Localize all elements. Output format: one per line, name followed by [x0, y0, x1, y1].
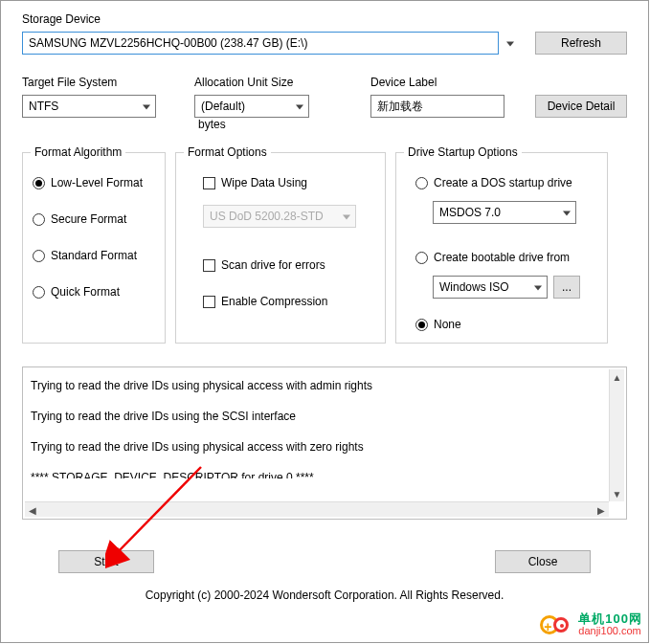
alloc-select[interactable]: (Default) [194, 95, 309, 118]
radio-icon [33, 213, 45, 226]
radio-icon [33, 177, 45, 189]
storage-section: Storage Device SAMSUNG MZVL2256HCHQ-00B0… [22, 12, 627, 55]
copyright-text: Copyright (c) 2000-2024 Wondersoft Corpo… [1, 588, 648, 602]
log-line: Trying to read the drive IDs using the S… [31, 408, 603, 425]
drive-startup-legend: Drive Startup Options [404, 145, 522, 159]
checkbox-icon [203, 259, 215, 272]
brand-watermark: + 单机100网 danji100.com [540, 611, 642, 638]
device-label-label: Device Label [370, 76, 627, 89]
radio-bootable-drive[interactable]: Create bootable drive from [415, 251, 597, 264]
check-scan-errors[interactable]: Scan drive for errors [203, 258, 375, 272]
radio-label: Create a DOS startup drive [434, 176, 572, 189]
log-line: **** STORAGE_DEVICE_DESCRIPTOR for drive… [31, 469, 603, 478]
check-label: Wipe Data Using [221, 176, 307, 189]
refresh-button[interactable]: Refresh [535, 32, 627, 55]
scroll-up-icon[interactable]: ▲ [610, 369, 624, 385]
radio-quick-format[interactable]: Quick Format [33, 285, 155, 299]
storage-device-select[interactable]: SAMSUNG MZVL2256HCHQ-00B00 (238.47 GB) (… [22, 32, 499, 55]
scroll-right-icon[interactable]: ▶ [594, 502, 609, 518]
radio-icon [33, 286, 45, 299]
horizontal-scrollbar[interactable]: ◀ ▶ [25, 501, 609, 517]
brand-cn: 单机100网 [578, 612, 642, 626]
check-enable-compression[interactable]: Enable Compression [203, 295, 375, 308]
radio-icon [415, 177, 428, 189]
close-button[interactable]: Close [495, 550, 591, 573]
dos-version-select[interactable]: MSDOS 7.0 [433, 201, 576, 224]
bootable-source-select[interactable]: Windows ISO [433, 276, 548, 299]
format-options-group: Format Options Wipe Data Using US DoD 52… [175, 152, 386, 344]
radio-low-level-format[interactable]: Low-Level Format [33, 176, 155, 189]
checkbox-icon [203, 177, 215, 189]
checkbox-icon [203, 296, 215, 308]
radio-label: Quick Format [51, 285, 120, 299]
alloc-label: Allocation Unit Size [194, 76, 332, 89]
alloc-section: Allocation Unit Size (Default) bytes [194, 76, 332, 131]
device-detail-button[interactable]: Device Detail [535, 95, 627, 118]
format-algorithm-legend: Format Algorithm [31, 145, 125, 159]
browse-button[interactable]: ... [553, 276, 580, 299]
format-options-legend: Format Options [184, 145, 271, 159]
format-algorithm-group: Format Algorithm Low-Level Format Secure… [22, 152, 166, 344]
radio-label: Standard Format [51, 249, 137, 262]
target-fs-select[interactable]: NTFS [22, 95, 156, 118]
radio-icon [33, 250, 45, 262]
device-label-section: Device Label Device Detail [370, 76, 627, 118]
radio-label: Low-Level Format [51, 176, 143, 189]
log-line: Trying to read the drive IDs using physi… [31, 438, 603, 455]
scroll-down-icon[interactable]: ▼ [610, 486, 624, 501]
scroll-left-icon[interactable]: ◀ [25, 502, 40, 518]
target-fs-section: Target File System NTFS [22, 76, 156, 118]
radio-dos-drive[interactable]: Create a DOS startup drive [415, 176, 597, 189]
radio-icon [415, 319, 428, 331]
radio-none[interactable]: None [415, 318, 597, 331]
vertical-scrollbar[interactable]: ▲ ▼ [609, 369, 624, 501]
log-line: Trying to read the drive IDs using physi… [31, 377, 603, 394]
check-label: Enable Compression [221, 295, 327, 308]
storage-label: Storage Device [22, 12, 627, 26]
brand-url: danji100.com [578, 626, 642, 637]
radio-standard-format[interactable]: Standard Format [33, 249, 155, 262]
radio-label: Secure Format [51, 212, 126, 226]
target-fs-label: Target File System [22, 76, 156, 89]
format-dialog: Storage Device SAMSUNG MZVL2256HCHQ-00B0… [0, 0, 649, 643]
log-output: Trying to read the drive IDs using physi… [22, 366, 627, 520]
drive-startup-group: Drive Startup Options Create a DOS start… [395, 152, 608, 344]
device-label-input[interactable] [370, 95, 504, 118]
footer-buttons: Start Close [1, 550, 648, 573]
radio-secure-format[interactable]: Secure Format [33, 212, 155, 226]
alloc-unit: bytes [198, 118, 226, 131]
check-wipe-data[interactable]: Wipe Data Using [203, 176, 375, 189]
check-label: Scan drive for errors [221, 258, 325, 272]
radio-icon [415, 252, 428, 264]
radio-label: Create bootable drive from [434, 251, 570, 264]
start-button[interactable]: Start [58, 550, 154, 573]
log-text[interactable]: Trying to read the drive IDs using physi… [25, 369, 609, 501]
brand-logo-icon: + [540, 611, 572, 638]
radio-label: None [434, 318, 461, 331]
wipe-method-select: US DoD 5200.28-STD [203, 205, 356, 228]
